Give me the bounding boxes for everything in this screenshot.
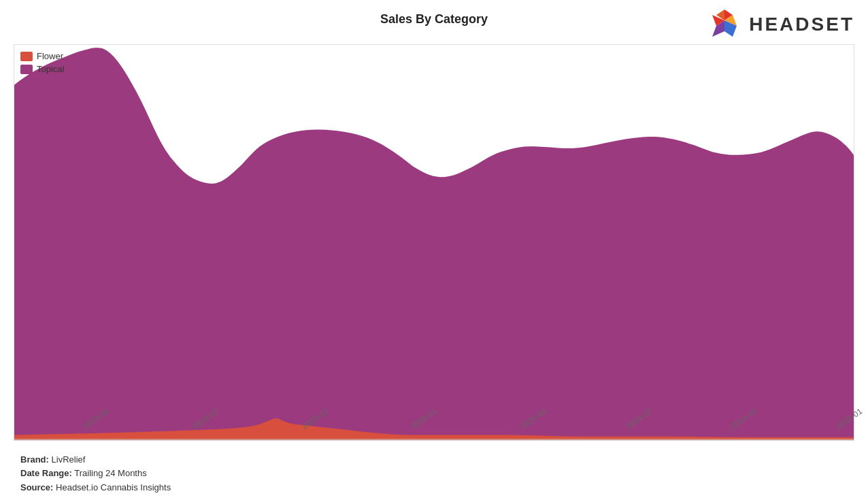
legend-item-flower: Flower — [20, 51, 64, 61]
source-value: Headset.io Cannabis Insights — [56, 482, 171, 492]
footer-date-range: Date Range: Trailing 24 Months — [20, 467, 171, 481]
legend-item-topical: Topical — [20, 64, 64, 74]
date-range-value: Trailing 24 Months — [74, 468, 146, 478]
chart-area — [14, 44, 854, 441]
chart-title: Sales By Category — [0, 12, 868, 27]
topical-area — [14, 48, 854, 440]
footer-source: Source: Headset.io Cannabis Insights — [20, 481, 171, 495]
page-wrapper: HEADSET Sales By Category Flower Topical — [0, 0, 868, 502]
source-label: Source: — [20, 482, 53, 492]
legend: Flower Topical — [20, 51, 64, 74]
legend-color-topical — [20, 65, 33, 74]
date-range-label: Date Range: — [20, 468, 72, 478]
legend-color-flower — [20, 52, 33, 61]
chart-svg — [14, 45, 854, 440]
x-axis-labels: 2023-04 2023-07 2023-10 2024-01 2024-04 … — [14, 415, 854, 442]
footer-brand: Brand: LivRelief — [20, 453, 171, 467]
brand-value: LivRelief — [52, 454, 86, 465]
footer: Brand: LivRelief Date Range: Trailing 24… — [20, 453, 171, 495]
legend-label-flower: Flower — [37, 51, 63, 61]
brand-label: Brand: — [20, 454, 49, 465]
legend-label-topical: Topical — [37, 64, 64, 74]
